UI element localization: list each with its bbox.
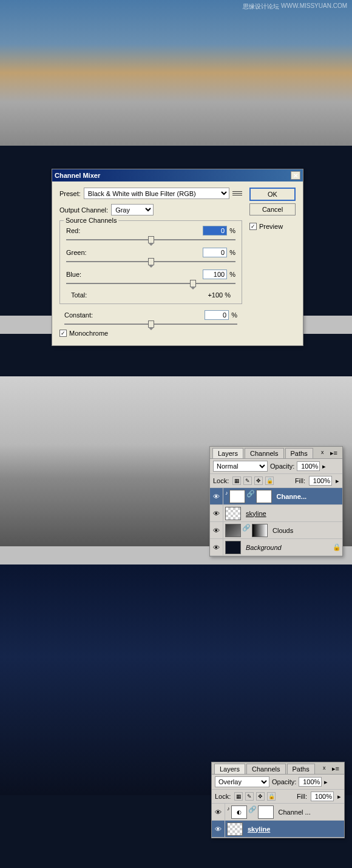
lock-paint-icon[interactable]: ✎ bbox=[245, 792, 254, 801]
tab-channels[interactable]: Channels bbox=[246, 764, 285, 774]
fill-input[interactable] bbox=[311, 792, 334, 801]
watermark-cn: 思缘设计论坛 bbox=[243, 2, 279, 11]
layer-name: Background bbox=[243, 544, 331, 551]
source-legend: Source Channels bbox=[64, 217, 118, 224]
close-icon[interactable]: ✕ bbox=[291, 171, 300, 180]
lock-label: Lock: bbox=[213, 477, 229, 484]
opacity-arrow-icon[interactable]: ▸ bbox=[322, 463, 326, 470]
tab-paths[interactable]: Paths bbox=[287, 764, 315, 774]
tab-paths[interactable]: Paths bbox=[285, 448, 313, 458]
dialog-titlebar[interactable]: Channel Mixer ✕ bbox=[52, 169, 303, 181]
top-photo: 思缘设计论坛 WWW.MISSYUAN.COM bbox=[0, 0, 352, 146]
opacity-label: Opacity: bbox=[272, 778, 296, 785]
layer-name: Channe... bbox=[274, 493, 343, 500]
tab-layers[interactable]: Layers bbox=[212, 448, 243, 458]
eye-icon[interactable]: 👁 bbox=[212, 804, 225, 820]
layer-name: skyline bbox=[243, 510, 342, 517]
watermark-url: WWW.MISSYUAN.COM bbox=[281, 2, 347, 9]
red-slider[interactable] bbox=[66, 239, 235, 240]
blue-input[interactable] bbox=[203, 270, 227, 279]
opacity-input[interactable] bbox=[299, 777, 322, 787]
fill-arrow-icon[interactable]: ▸ bbox=[337, 793, 341, 801]
panel-menu-icon[interactable]: ▸≡ bbox=[328, 448, 340, 458]
lock-icon: 🔒 bbox=[331, 543, 342, 551]
layer-row[interactable]: 👁 ♪◐🔗 Channe... bbox=[210, 488, 342, 505]
layer-row[interactable]: 👁 ♪◐🔗 Channel ... bbox=[212, 804, 344, 821]
eye-icon[interactable]: 👁 bbox=[210, 505, 223, 521]
output-channel-label: Output Channel: bbox=[59, 206, 108, 214]
opacity-label: Opacity: bbox=[270, 463, 294, 470]
fill-label: Fill: bbox=[295, 477, 305, 484]
eye-icon[interactable]: 👁 bbox=[210, 488, 223, 504]
constant-label: Constant: bbox=[64, 311, 93, 319]
constant-slider[interactable] bbox=[64, 324, 237, 325]
blue-label: Blue: bbox=[66, 271, 81, 278]
source-channels-fieldset: Source Channels Red: % Green: % bbox=[59, 220, 242, 304]
preset-select[interactable]: Black & White with Blue Filter (RGB) bbox=[84, 188, 229, 199]
monochrome-checkbox[interactable]: ✓ bbox=[59, 330, 67, 337]
preset-menu-icon[interactable] bbox=[232, 189, 242, 198]
fill-arrow-icon[interactable]: ▸ bbox=[336, 477, 339, 485]
panel-menu-icon[interactable]: ▸≡ bbox=[330, 764, 342, 774]
panel-close-icon[interactable]: x bbox=[320, 764, 328, 774]
opacity-input[interactable] bbox=[297, 461, 320, 471]
opacity-arrow-icon[interactable]: ▸ bbox=[324, 778, 328, 786]
green-slider[interactable] bbox=[66, 261, 235, 262]
tab-channels[interactable]: Channels bbox=[245, 448, 283, 458]
layer-name: Channel ... bbox=[276, 809, 345, 816]
eye-icon[interactable]: 👁 bbox=[210, 522, 223, 538]
cancel-button[interactable]: Cancel bbox=[249, 203, 296, 215]
layer-row[interactable]: 👁 Background 🔒 bbox=[210, 539, 342, 556]
blend-mode-select[interactable]: Normal bbox=[213, 461, 268, 472]
preview-checkbox[interactable]: ✓ bbox=[249, 223, 257, 230]
ok-button[interactable]: OK bbox=[249, 188, 296, 201]
layer-name: Clouds bbox=[269, 527, 342, 534]
red-input[interactable] bbox=[203, 226, 227, 236]
preview-label: Preview bbox=[259, 223, 283, 230]
total-label: Total: bbox=[71, 291, 87, 299]
lock-position-icon[interactable]: ✥ bbox=[254, 476, 263, 485]
total-value: +100 bbox=[208, 291, 223, 299]
layer-row[interactable]: 👁 🔗 Clouds bbox=[210, 522, 342, 539]
blue-slider[interactable] bbox=[66, 283, 235, 284]
lock-paint-icon[interactable]: ✎ bbox=[243, 476, 252, 485]
layers-panel-1: Layers Channels Paths x ▸≡ Normal Opacit… bbox=[209, 446, 343, 557]
eye-icon[interactable]: 👁 bbox=[210, 539, 223, 555]
channel-mixer-dialog: Channel Mixer ✕ Preset: Black & White wi… bbox=[52, 169, 303, 346]
monochrome-label: Monochrome bbox=[69, 330, 108, 337]
fill-label: Fill: bbox=[297, 793, 307, 800]
dialog-title: Channel Mixer bbox=[55, 172, 100, 179]
eye-icon[interactable]: 👁 bbox=[212, 821, 225, 837]
lock-label: Lock: bbox=[215, 793, 231, 800]
fill-input[interactable] bbox=[309, 476, 332, 486]
lock-all-icon[interactable]: 🔒 bbox=[267, 792, 276, 801]
night-photo bbox=[0, 565, 352, 795]
lock-transparency-icon[interactable]: ▦ bbox=[234, 792, 243, 801]
tab-layers[interactable]: Layers bbox=[214, 764, 245, 774]
panel-close-icon[interactable]: x bbox=[319, 448, 327, 458]
preset-label: Preset: bbox=[59, 190, 81, 197]
blend-mode-select[interactable]: Overlay bbox=[215, 776, 269, 787]
lock-position-icon[interactable]: ✥ bbox=[256, 792, 265, 801]
layer-row[interactable]: 👁 skyline bbox=[212, 821, 344, 838]
red-label: Red: bbox=[66, 227, 80, 234]
lock-transparency-icon[interactable]: ▦ bbox=[232, 476, 241, 485]
green-input[interactable] bbox=[203, 248, 227, 257]
constant-input[interactable] bbox=[205, 310, 229, 320]
layers-panel-2: Layers Channels Paths x ▸≡ Overlay Opaci… bbox=[211, 762, 345, 838]
lock-all-icon[interactable]: 🔒 bbox=[265, 476, 274, 485]
layer-name: skyline bbox=[245, 826, 344, 833]
green-label: Green: bbox=[66, 249, 87, 256]
layer-row[interactable]: 👁 skyline bbox=[210, 505, 342, 522]
output-channel-select[interactable]: Gray bbox=[111, 204, 154, 215]
